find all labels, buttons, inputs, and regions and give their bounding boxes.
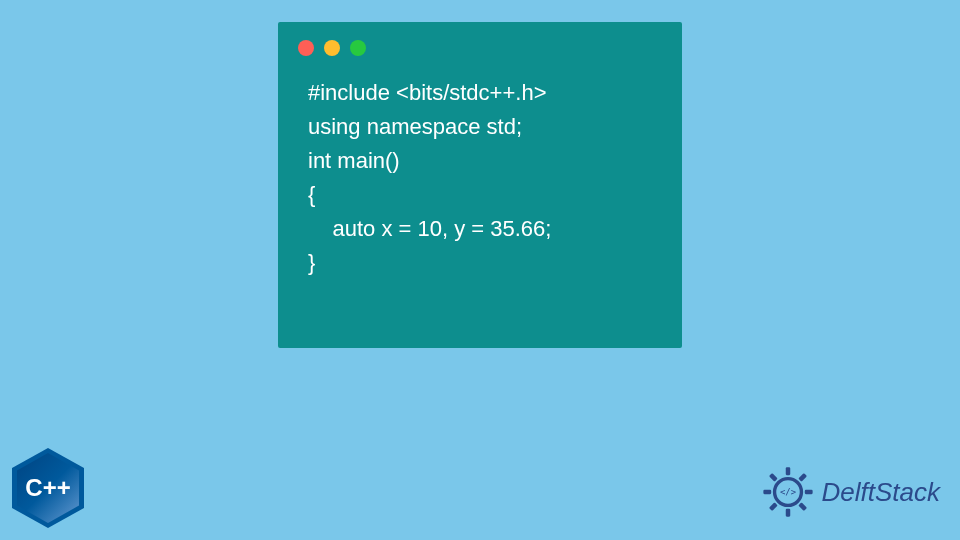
delftstack-logo: </> DelftStack — [760, 464, 941, 520]
svg-rect-1 — [785, 467, 789, 475]
svg-rect-8 — [798, 502, 807, 511]
svg-rect-7 — [768, 473, 777, 482]
svg-rect-5 — [798, 473, 807, 482]
code-line: #include <bits/stdc++.h> — [308, 76, 652, 110]
delftstack-icon: </> — [760, 464, 816, 520]
svg-rect-6 — [768, 502, 777, 511]
svg-rect-3 — [763, 490, 771, 494]
code-window: #include <bits/stdc++.h> using namespace… — [278, 22, 682, 348]
svg-rect-4 — [804, 490, 812, 494]
cpp-logo: C++ — [12, 448, 84, 528]
code-line: using namespace std; — [308, 110, 652, 144]
svg-text:</>: </> — [779, 487, 795, 497]
code-line: int main() — [308, 144, 652, 178]
cpp-badge-text: C++ — [25, 474, 70, 502]
window-controls — [278, 22, 682, 68]
code-content: #include <bits/stdc++.h> using namespace… — [278, 68, 682, 289]
window-close-dot — [298, 40, 314, 56]
svg-rect-2 — [785, 509, 789, 517]
code-line: } — [308, 246, 652, 280]
window-maximize-dot — [350, 40, 366, 56]
code-line: { — [308, 178, 652, 212]
code-line: auto x = 10, y = 35.66; — [308, 212, 652, 246]
window-minimize-dot — [324, 40, 340, 56]
delftstack-text: DelftStack — [822, 477, 941, 508]
